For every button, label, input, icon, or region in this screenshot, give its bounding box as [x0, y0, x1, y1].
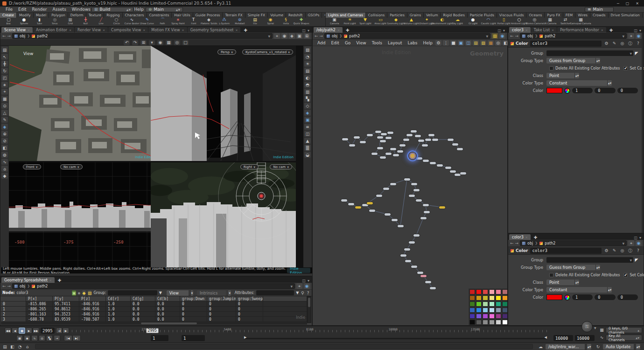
node-name-field[interactable]: color3: [530, 41, 602, 47]
message-log-icon[interactable]: ▤: [2, 344, 8, 349]
pane-tab-color3[interactable]: color3✕: [509, 27, 531, 33]
group-type-stepper-icon[interactable]: ▲▼: [595, 265, 600, 270]
selected-node[interactable]: [407, 150, 418, 161]
shelf-tab-gsops[interactable]: GSOPs: [306, 13, 322, 18]
path-crumb-obj[interactable]: obj: [20, 34, 25, 38]
box-pick-icon[interactable]: ▦: [488, 40, 494, 46]
gear-icon[interactable]: ⚙: [603, 248, 609, 253]
new-tab-button[interactable]: ✚: [241, 28, 250, 33]
realtime-toggle-icon[interactable]: ▦: [16, 335, 23, 341]
pane-maximize-icon[interactable]: ◫: [302, 279, 306, 283]
viewport-persp[interactable]: Persp▼ KyotoCamera_v1_rotated▼ Indie Edi…: [151, 46, 296, 161]
forward-icon[interactable]: →: [7, 34, 11, 38]
network-node[interactable]: [405, 260, 411, 262]
shelf-tool-camera[interactable]: ▣Camera: [327, 18, 342, 25]
color-type-stepper-icon[interactable]: ▲▼: [607, 287, 612, 293]
back-icon[interactable]: ←: [2, 34, 6, 38]
color-type-select[interactable]: Constant: [546, 80, 607, 86]
find-icon[interactable]: ◎: [495, 40, 501, 46]
new-tab-button[interactable]: ✚: [343, 28, 352, 33]
network-node[interactable]: [380, 140, 386, 142]
param2-back-icon[interactable]: ←: [510, 241, 514, 245]
layout-grid-icon[interactable]: ⊞: [304, 33, 310, 39]
color-wheel-icon[interactable]: [564, 294, 570, 301]
view-tool-icon[interactable]: ◈: [1, 124, 8, 130]
range-start-field[interactable]: 1: [151, 335, 168, 341]
material-view-icon[interactable]: ▥: [304, 89, 311, 95]
column-header-index[interactable]: [1, 296, 26, 301]
network-node[interactable]: [371, 153, 378, 155]
param2-pin-icon[interactable]: ⌖: [628, 240, 634, 246]
network-menu-tools[interactable]: Tools: [369, 41, 385, 45]
column-header-group-down[interactable]: group:Down: [180, 296, 207, 301]
color-r-field[interactable]: 1: [572, 294, 593, 300]
shelf-tool-spiral[interactable]: ◉Spiral: [263, 18, 278, 25]
network-node[interactable]: [423, 160, 429, 162]
network-canvas[interactable]: Indie Edition Geometry: [313, 46, 507, 325]
audio-toggle-icon[interactable]: ◉: [24, 335, 30, 341]
network-node[interactable]: [425, 139, 431, 141]
ss-pin-icon[interactable]: ⌖: [296, 283, 302, 289]
ss-hscrollbar[interactable]: [1, 322, 307, 325]
playback-end-field[interactable]: 16000: [575, 335, 595, 341]
network-menu-labs[interactable]: Labs: [405, 41, 420, 45]
network-node[interactable]: [393, 154, 399, 156]
network-node[interactable]: [422, 144, 428, 147]
palette-swatch[interactable]: [469, 314, 475, 319]
snapshot-icon[interactable]: ◈: [304, 110, 311, 116]
color-swatch[interactable]: [546, 88, 562, 93]
notes-icon[interactable]: ▤: [473, 40, 479, 46]
network-node[interactable]: [424, 211, 430, 213]
camera-view-icon[interactable]: ▣: [304, 117, 311, 123]
close-icon[interactable]: ✕: [636, 1, 639, 6]
palette-swatch[interactable]: [496, 301, 501, 307]
network-node[interactable]: [418, 140, 424, 142]
magnifier-icon[interactable]: ◎: [619, 248, 625, 253]
shelf-tool-ambient-light[interactable]: ○Ambient Light: [511, 18, 527, 25]
param2-forward-icon[interactable]: →: [515, 241, 519, 245]
options-icon[interactable]: ≡: [304, 124, 311, 130]
pane-tab-geometry-spreadsheet[interactable]: Geometry Spreadsheet✕: [188, 27, 241, 33]
info-icon[interactable]: ⓘ: [627, 248, 633, 254]
shelf-tool-geometry-light[interactable]: ◆Geometry Light: [388, 18, 404, 25]
net-back-icon[interactable]: ←: [315, 34, 318, 38]
shelf-tool-torus[interactable]: ◎Torus: [47, 18, 63, 25]
column-header-group-jumping[interactable]: group:Jumping: [207, 296, 236, 301]
menu-windows[interactable]: Windows: [69, 7, 93, 12]
palette-swatch[interactable]: [483, 289, 488, 294]
column-header-p-x[interactable]: P[x]: [26, 296, 53, 301]
network-node[interactable]: [404, 178, 410, 181]
shelf-tab-model[interactable]: Model: [34, 13, 49, 18]
front-nocam-pill[interactable]: No cam▼: [60, 164, 83, 169]
shelf-tool-tube[interactable]: ▮Tube: [32, 18, 47, 25]
set-color-checkbox[interactable]: ✔: [623, 273, 628, 277]
shelf-tool-area-light[interactable]: ▭Area Light: [373, 18, 388, 25]
ss-help-icon[interactable]: ?: [306, 291, 310, 295]
range-grip-left-icon[interactable]: ▶: [244, 336, 246, 339]
color-g-field[interactable]: 0: [595, 88, 615, 93]
menu-help[interactable]: Help: [132, 7, 147, 12]
right-nocam-pill[interactable]: No cam▼: [270, 164, 292, 169]
network-node[interactable]: [390, 183, 396, 185]
ss-group-filter-icon[interactable]: ▼: [159, 291, 162, 295]
ss-crumb-obj[interactable]: obj: [20, 284, 25, 288]
draw-tool-icon[interactable]: ✎: [1, 117, 8, 123]
shelf-tool-box[interactable]: ▢Box: [1, 18, 16, 25]
mask-icon[interactable]: ◒: [304, 152, 311, 158]
shelf-tool-spot-light[interactable]: ▼Spot Light: [357, 18, 373, 25]
network-node[interactable]: [369, 210, 375, 212]
keys-info-button[interactable]: 0 keys, 0/0 channels▲: [606, 327, 642, 333]
tab-close-icon[interactable]: ✕: [28, 28, 30, 32]
key-all-channels-select[interactable]: Key All Channels▲▼: [606, 335, 642, 341]
palette-swatch[interactable]: [489, 289, 495, 294]
column-header-cd-b[interactable]: Cd[b]: [155, 296, 180, 301]
ss-view-select[interactable]: View: [167, 290, 189, 296]
ortho-grid-icon[interactable]: ▦: [166, 40, 172, 45]
clip-icon[interactable]: □: [182, 40, 189, 45]
cloud-icon[interactable]: ☁: [538, 344, 544, 349]
current-frame-field[interactable]: 2995: [41, 328, 55, 334]
info-icon[interactable]: ⓘ: [627, 41, 633, 47]
class-select[interactable]: Point: [546, 280, 574, 285]
new-tab-button[interactable]: ✚: [55, 278, 64, 283]
network-node[interactable]: [354, 136, 360, 139]
